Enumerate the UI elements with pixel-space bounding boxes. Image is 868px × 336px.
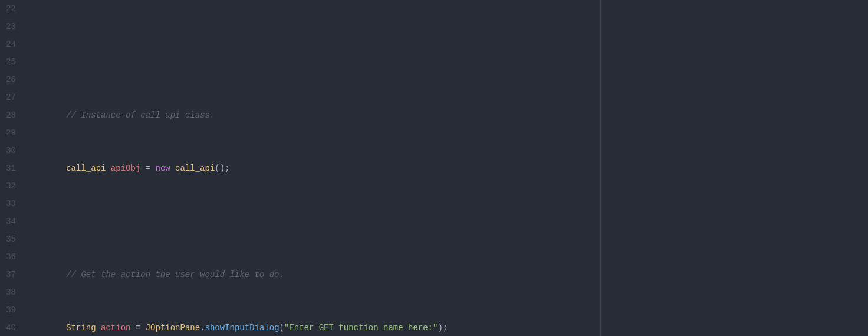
line-number: 36 <box>0 248 16 266</box>
code-line[interactable]: call_api apiObj = new call_api(); <box>27 159 868 177</box>
method-token: showInputDialog <box>205 323 280 332</box>
keyword-token: new <box>155 164 170 173</box>
line-number: 39 <box>0 301 16 319</box>
line-number: 32 <box>0 177 16 195</box>
class-token: call_api <box>175 164 215 173</box>
line-number: 34 <box>0 213 16 230</box>
line-number: 35 <box>0 230 16 248</box>
line-number: 40 <box>0 319 16 336</box>
type-token: String <box>66 323 96 332</box>
comment: // Instance of call api class. <box>66 110 215 120</box>
line-number: 28 <box>0 106 16 124</box>
code-line[interactable]: // Get the action the user would like to… <box>27 266 868 283</box>
line-number-gutter: 22 23 24 25 26 27 28 29 30 31 32 33 34 3… <box>0 0 27 336</box>
code-area[interactable]: // Instance of call api class. call_api … <box>27 0 868 336</box>
code-line[interactable] <box>27 213 868 230</box>
line-number: 38 <box>0 283 16 301</box>
line-number: 22 <box>0 0 16 18</box>
class-token: JOptionPane <box>146 323 200 332</box>
line-number: 33 <box>0 195 16 213</box>
code-line[interactable] <box>27 53 868 71</box>
code-line[interactable]: String action = JOptionPane.showInputDia… <box>27 319 868 336</box>
line-number: 26 <box>0 71 16 89</box>
line-number: 37 <box>0 266 16 283</box>
string-token: "Enter GET function name here:" <box>284 323 438 332</box>
variable-token: apiObj <box>111 164 140 173</box>
code-line[interactable]: // Instance of call api class. <box>27 106 868 124</box>
line-number: 27 <box>0 89 16 106</box>
line-number: 24 <box>0 35 16 53</box>
line-number: 25 <box>0 53 16 71</box>
type-token: call_api <box>66 164 106 173</box>
line-number: 29 <box>0 124 16 142</box>
line-number: 30 <box>0 142 16 159</box>
line-number: 23 <box>0 18 16 35</box>
code-editor[interactable]: 22 23 24 25 26 27 28 29 30 31 32 33 34 3… <box>0 0 868 336</box>
variable-token: action <box>101 323 130 332</box>
comment: // Get the action the user would like to… <box>66 270 284 279</box>
line-number: 31 <box>0 159 16 177</box>
